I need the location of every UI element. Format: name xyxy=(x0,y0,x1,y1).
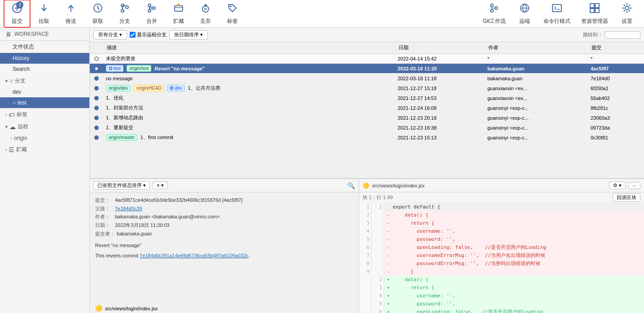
diff-new-num xyxy=(372,211,384,219)
info-sort-btn[interactable]: 已依照文件状态排序 ▾ xyxy=(93,181,150,190)
sidebar-tags-header[interactable]: › 🏷 标签 xyxy=(0,108,89,120)
info-parent-link[interactable]: 7e184d0c39 xyxy=(115,204,142,213)
info-view-btn[interactable]: ≡ ▾ xyxy=(153,182,167,189)
info-revert-link[interactable]: 7e184d0c391a14e69d6736ca55b497a6109a032c xyxy=(140,253,249,258)
sidebar-branches-header[interactable]: ▾ ⑂ 分支 xyxy=(0,74,89,87)
diff-line: 2 + data() { xyxy=(359,276,644,284)
toolbar-stash-btn[interactable]: 贮藏 xyxy=(165,0,192,28)
diff-settings-btn[interactable]: ⚙ ▾ xyxy=(609,182,626,189)
origin-label: origin xyxy=(14,135,27,141)
sidebar-item-search[interactable]: Search xyxy=(0,64,89,74)
row-desc-2: no message xyxy=(103,75,395,82)
toolbar-push-btn[interactable]: 推送 xyxy=(57,0,84,28)
dot-8 xyxy=(94,135,99,140)
table-row[interactable]: origin/dev origin/HEAD dev 1、公共方法类 2021-… xyxy=(90,83,644,93)
diff-old-num: 5 xyxy=(359,235,372,243)
svg-rect-22 xyxy=(595,9,599,13)
row-commit-8: 0c30f81 xyxy=(588,134,642,141)
sidebar-remotes-header[interactable]: ▾ ☁ 远程 xyxy=(0,120,89,132)
diff-settings-label: ⚙ ▾ xyxy=(613,183,622,188)
diff-scroll-btn[interactable]: 回滚区块 xyxy=(613,193,640,202)
toolbar-explorer-btn[interactable]: 资源管理器 xyxy=(576,0,613,28)
toolbar-pull-btn[interactable]: 拉取 xyxy=(31,0,57,28)
table-row[interactable]: 未提交的更改 2022-04-14 15:42 * * xyxy=(90,54,644,64)
dot-3 xyxy=(94,86,99,91)
row-author-4: guanxiaoxin <ex... xyxy=(485,95,588,102)
toolbar-fetch-btn[interactable]: 获取 xyxy=(84,0,111,28)
tags-label: 标签 xyxy=(17,111,27,118)
row-author-3: guanxiaoxin <ex... xyxy=(485,85,588,92)
branch-tag-dev: dev xyxy=(167,85,184,91)
diff-new-num xyxy=(372,235,384,243)
diff-panel: 🟡 src/views/login/index.jsx ⚙ ▾ ··· 块 1：… xyxy=(359,179,644,313)
diff-new-num: 3 xyxy=(372,284,384,292)
branch-dev-label: dev xyxy=(13,89,21,95)
dot-6 xyxy=(94,116,99,120)
toolbar-branch-btn[interactable]: 分支 xyxy=(111,0,138,28)
diff-content: 1 1 export default { 2 - data() { 3 - xyxy=(359,203,644,313)
tag-label: 标签 xyxy=(227,17,238,25)
table-row[interactable]: 1、新增动态路由 2021-12-23 20:18 guanxinyi <exp… xyxy=(90,113,644,123)
file-list-item-0[interactable]: 🟡 src/views/login/index.jsx xyxy=(90,303,359,313)
row-desc-7: 1、重新提交 xyxy=(103,123,395,132)
branch-tag-origin-test: origin/test xyxy=(127,65,151,72)
toolbar-commit-btn[interactable]: 3 提交 xyxy=(4,0,31,28)
diff-line: 3 + return { xyxy=(359,284,644,292)
diff-code: + openLoading: false, //是否开启用户的Loading xyxy=(384,308,644,313)
diff-new-num xyxy=(372,227,384,235)
table-row[interactable]: 1、封装部分方法 2021-12-24 16:08 guanxinyi <exp… xyxy=(90,103,644,113)
row-author-7: guanxinyi <exp-c... xyxy=(485,124,588,131)
info-panel: 已依照文件状态排序 ▾ ≡ ▾ 🔍 提交： 4ac5f871ce4d4ce5b3… xyxy=(90,179,359,313)
diff-old-num xyxy=(359,284,372,292)
toolbar-terminal-btn[interactable]: 命令行模式 xyxy=(538,0,576,28)
branches-chevron-icon: ▾ xyxy=(5,78,8,83)
jump-to-input[interactable] xyxy=(605,31,640,39)
table-row[interactable]: no message 2022-03-18 11:18 bakamaka.gua… xyxy=(90,74,644,83)
toolbar-gitflow-btn[interactable]: Git工作流 xyxy=(478,0,511,28)
sidebar-branch-dev[interactable]: dev xyxy=(0,87,89,97)
diff-line: 8 - passwordErrorMsg: '', //当密码出现错误的时候 xyxy=(359,260,644,268)
table-row[interactable]: 1、重新提交 2021-12-23 16:38 guanxinyi <exp-c… xyxy=(90,123,644,133)
diff-old-num: 9 xyxy=(359,268,372,276)
table-row[interactable]: 1、优化 2021-12-27 14:53 guanxiaoxin <ex...… xyxy=(90,93,644,103)
graph-panel: 所有分支 ▾ 显示远程分支 按日期排序 ▾ 跳转到： 描述 xyxy=(90,28,644,178)
show-remote-checkbox-label[interactable]: 显示远程分支 xyxy=(130,31,166,38)
diff-old-num: 6 xyxy=(359,243,372,252)
info-author-value: bakamaka.guan <bakamaka.guan@vinno.com> xyxy=(115,213,220,221)
sidebar-item-history[interactable]: History xyxy=(0,53,89,64)
diff-more-btn[interactable]: ··· xyxy=(628,182,640,189)
table-row[interactable]: test origin/test Revert "no message" 202… xyxy=(90,64,644,74)
terminal-label: 命令行模式 xyxy=(543,17,570,25)
diff-code: + return { xyxy=(384,284,644,292)
settings-icon xyxy=(621,2,633,17)
row-date-0: 2022-04-14 15:42 xyxy=(395,55,485,62)
show-remote-checkbox[interactable] xyxy=(130,32,136,38)
explorer-icon xyxy=(589,2,600,17)
sidebar-search-label: Search xyxy=(13,66,30,72)
sidebar-branch-test[interactable]: ○ test xyxy=(0,97,89,108)
branches-label: 分支 xyxy=(15,77,26,85)
sidebar-origin-header[interactable]: › origin xyxy=(0,132,89,143)
row-date-6: 2021-12-23 20:18 xyxy=(395,114,485,122)
jump-to-container: 跳转到： xyxy=(583,31,640,39)
row-desc-8: origin/master 1、first commit xyxy=(103,133,395,142)
toolbar-merge-btn[interactable]: 合并 xyxy=(138,0,165,28)
toolbar-settings-btn[interactable]: 设置 xyxy=(613,0,640,28)
diff-old-num: 3 xyxy=(359,219,372,227)
table-row[interactable]: origin/master 1、first commit 2021-12-23 … xyxy=(90,133,644,143)
row-author-0: * xyxy=(485,55,588,62)
sort-dropdown-btn[interactable]: 按日期排序 ▾ xyxy=(169,30,208,39)
toolbar-remote-btn[interactable]: 远端 xyxy=(511,0,538,28)
sidebar-history-label: History xyxy=(13,55,29,61)
info-search-icon[interactable]: 🔍 xyxy=(347,182,355,189)
info-view-label: ≡ ▾ xyxy=(157,183,163,188)
toolbar-tag-btn[interactable]: 标签 xyxy=(219,0,246,28)
diff-new-num: 5 xyxy=(372,300,384,308)
branch-dropdown-btn[interactable]: 所有分支 ▾ xyxy=(93,30,127,39)
row-commit-3: 6f200a1 xyxy=(588,85,642,92)
toolbar-discard-btn[interactable]: 丢弃 xyxy=(192,0,219,28)
sidebar-item-filestatus[interactable]: 文件状态 xyxy=(0,41,89,53)
jump-to-label: 跳转到： xyxy=(583,31,603,38)
sidebar-stash-header[interactable]: › ☰ 贮藏 xyxy=(0,143,89,155)
row-author-6: guanxinyi <exp-c... xyxy=(485,114,588,122)
